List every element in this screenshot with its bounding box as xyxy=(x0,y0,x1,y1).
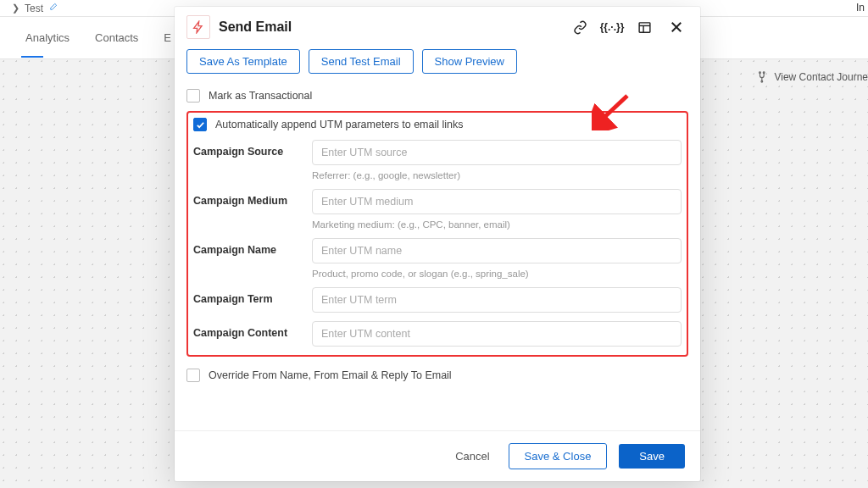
send-email-modal: Send Email {{.·.}} Save As Template Send… xyxy=(175,7,700,481)
campaign-source-help: Referrer: (e.g., google, newsletter) xyxy=(312,170,682,180)
layout-icon[interactable] xyxy=(632,15,656,39)
campaign-source-label: Campaign Source xyxy=(193,140,303,158)
campaign-medium-row: Campaign Medium Marketing medium: (e.g.,… xyxy=(193,189,682,230)
campaign-name-row: Campaign Name Product, promo code, or sl… xyxy=(193,238,682,279)
checkbox-override-label: Override From Name, From Email & Reply T… xyxy=(209,369,452,381)
chevron-right-icon: ❯ xyxy=(12,3,19,14)
edit-icon[interactable] xyxy=(48,3,58,14)
campaign-term-input[interactable] xyxy=(312,287,682,313)
campaign-name-label: Campaign Name xyxy=(193,238,303,256)
save-and-close-button[interactable]: Save & Close xyxy=(509,443,608,469)
campaign-content-row: Campaign Content xyxy=(193,321,682,347)
campaign-name-input[interactable] xyxy=(312,238,682,263)
campaign-source-row: Campaign Source Referrer: (e.g., google,… xyxy=(193,140,682,180)
modal-header: Send Email {{.·.}} xyxy=(175,7,700,44)
breadcrumb-label: Test xyxy=(25,3,43,14)
save-button[interactable]: Save xyxy=(619,444,685,469)
override-from-row[interactable]: Override From Name, From Email & Reply T… xyxy=(186,369,688,382)
campaign-term-label: Campaign Term xyxy=(193,287,303,305)
checkbox-utm-label: Automatically append UTM parameters to e… xyxy=(215,119,463,130)
checkbox-utm[interactable] xyxy=(193,118,207,131)
checkbox-transactional-label: Mark as Transactional xyxy=(209,90,312,102)
checkbox-transactional[interactable] xyxy=(186,89,200,103)
topright-partial: In xyxy=(856,2,865,14)
send-test-email-button[interactable]: Send Test Email xyxy=(309,49,414,74)
modal-title: Send Email xyxy=(219,19,559,35)
modal-footer: Cancel Save & Close Save xyxy=(175,430,700,481)
lightning-icon xyxy=(186,15,210,39)
checkbox-override[interactable] xyxy=(186,369,200,382)
view-contact-journey-button[interactable]: View Contact Journe xyxy=(757,71,868,83)
svg-rect-3 xyxy=(639,22,650,31)
campaign-medium-input[interactable] xyxy=(312,189,682,214)
campaign-medium-help: Marketing medium: (e.g., CPC, banner, em… xyxy=(312,219,682,230)
campaign-name-help: Product, promo code, or slogan (e.g., sp… xyxy=(312,269,682,279)
campaign-content-input[interactable] xyxy=(312,321,682,347)
svg-line-9 xyxy=(600,96,627,121)
save-as-template-button[interactable]: Save As Template xyxy=(186,49,300,74)
campaign-medium-label: Campaign Medium xyxy=(193,189,303,207)
tab-contacts[interactable]: Contacts xyxy=(95,19,138,57)
cancel-button[interactable]: Cancel xyxy=(448,445,496,468)
variables-icon[interactable]: {{.·.}} xyxy=(600,15,624,39)
campaign-term-row: Campaign Term xyxy=(193,287,682,313)
close-icon[interactable] xyxy=(665,15,688,39)
campaign-content-label: Campaign Content xyxy=(193,321,303,339)
campaign-source-input[interactable] xyxy=(312,140,682,165)
show-preview-button[interactable]: Show Preview xyxy=(422,49,517,74)
annotation-arrow-icon xyxy=(592,92,634,130)
link-icon[interactable] xyxy=(568,15,592,39)
utm-highlight-box: Automatically append UTM parameters to e… xyxy=(186,111,688,357)
tab-partial[interactable]: E xyxy=(164,19,171,57)
tab-analytics[interactable]: Analytics xyxy=(25,19,70,57)
